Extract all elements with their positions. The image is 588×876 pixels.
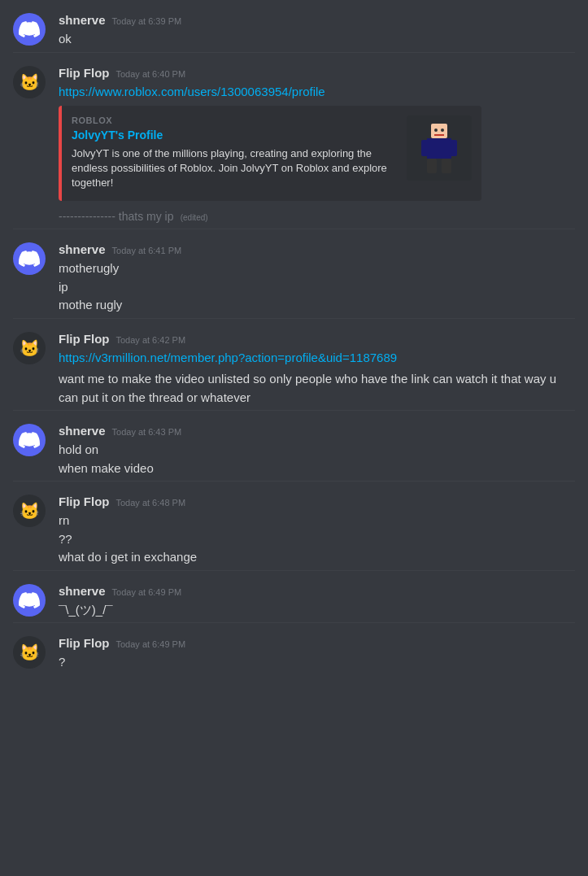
username: shnerve [59,424,106,438]
message-header: Flip Flop Today at 6:40 PM [59,66,575,80]
message-content: shnerve Today at 6:39 PM ok [59,13,575,49]
username: shnerve [59,13,106,27]
message-group-2: 🐱 Flip Flop Today at 6:40 PM https://www… [0,53,588,229]
embed-title: JolvyYT's Profile [72,129,394,142]
message-text: rn ?? what do i get in exchange [59,512,575,567]
timestamp: Today at 6:40 PM [115,69,185,79]
svg-rect-3 [449,140,457,156]
avatar [13,424,46,456]
message-header: shnerve Today at 6:49 PM [59,584,575,598]
message-header: Flip Flop Today at 6:48 PM [59,495,575,508]
avatar: 🐱 [13,332,46,364]
avatar [13,242,46,275]
timestamp: Today at 6:42 PM [115,335,185,345]
username: shnerve [59,584,106,598]
message-text: https://v3rmillion.net/member.php?action… [59,349,575,407]
message-text: ? [59,653,575,672]
timestamp: Today at 6:49 PM [115,639,185,649]
embed-thumbnail [407,115,472,181]
timestamp: Today at 6:39 PM [112,16,182,26]
embed-provider: ROBLOX [72,115,394,125]
embed-inner: ROBLOX JolvyYT's Profile JolvyYT is one … [72,115,394,191]
timestamp: Today at 6:48 PM [115,498,185,508]
message-group-8: 🐱 Flip Flop Today at 6:49 PM ? [0,623,588,675]
svg-rect-8 [434,134,444,136]
timestamp: Today at 6:43 PM [112,427,182,437]
avatar [13,584,46,617]
avatar: 🐱 [13,495,46,527]
avatar: 🐱 [13,66,46,98]
message-group-3: shnerve Today at 6:41 PM motherugly ip m… [0,229,588,318]
message-group-4: 🐱 Flip Flop Today at 6:42 PM https://v3r… [0,319,588,411]
avatar: 🐱 [13,636,46,669]
message-content: Flip Flop Today at 6:40 PM https://www.r… [59,66,575,226]
svg-point-7 [441,129,444,132]
username: shnerve [59,242,106,256]
username: Flip Flop [59,495,109,508]
message-text: ¯\_(ツ)_/¯ [59,601,575,620]
message-text: https://www.roblox.com/users/1300063954/… [59,83,575,102]
svg-rect-0 [431,124,447,138]
svg-point-6 [434,129,438,132]
message-text: motherugly ip mothe rugly [59,259,575,315]
roblox-link[interactable]: https://www.roblox.com/users/1300063954/… [59,85,325,98]
svg-rect-4 [427,159,437,173]
message-content: shnerve Today at 6:41 PM motherugly ip m… [59,242,575,315]
username: Flip Flop [59,332,109,346]
embed-description: JolvyYT is one of the millions playing, … [72,146,394,191]
svg-rect-5 [442,159,451,173]
message-text: ok [59,30,575,49]
avatar [13,13,46,46]
edited-tag: (edited) [181,213,208,222]
timestamp: Today at 6:41 PM [112,246,182,255]
message-header: shnerve Today at 6:41 PM [59,242,575,256]
message-content: shnerve Today at 6:49 PM ¯\_(ツ)_/¯ [59,584,575,620]
message-group-7: shnerve Today at 6:49 PM ¯\_(ツ)_/¯ [0,571,588,623]
username: Flip Flop [59,636,109,650]
embed-roblox: ROBLOX JolvyYT's Profile JolvyYT is one … [59,106,481,201]
svg-rect-1 [427,138,451,159]
message-header: Flip Flop Today at 6:42 PM [59,332,575,346]
message-text: hold on when make video [59,441,575,477]
timestamp: Today at 6:49 PM [112,587,182,597]
message-content: Flip Flop Today at 6:49 PM ? [59,636,575,672]
v3rmillion-link[interactable]: https://v3rmillion.net/member.php?action… [59,351,397,364]
after-message-text: --------------- thats my ip (edited) [59,207,575,226]
message-group-5: shnerve Today at 6:43 PM hold on when ma… [0,411,588,481]
message-content: Flip Flop Today at 6:42 PM https://v3rmi… [59,332,575,407]
username: Flip Flop [59,66,109,80]
svg-rect-2 [421,140,429,156]
dashed-line: --------------- thats my ip [59,210,174,223]
message-content: Flip Flop Today at 6:48 PM rn ?? what do… [59,495,575,567]
message-group-6: 🐱 Flip Flop Today at 6:48 PM rn ?? what … [0,482,588,570]
message-header: shnerve Today at 6:43 PM [59,424,575,438]
message-group-1: shnerve Today at 6:39 PM ok [0,0,588,52]
message-content: shnerve Today at 6:43 PM hold on when ma… [59,424,575,477]
message-header: Flip Flop Today at 6:49 PM [59,636,575,650]
message-header: shnerve Today at 6:39 PM [59,13,575,27]
